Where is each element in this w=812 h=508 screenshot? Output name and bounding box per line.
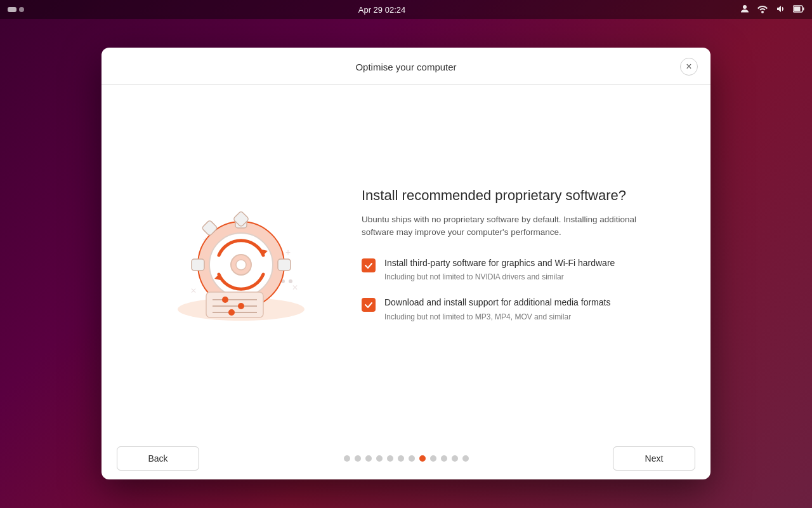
person-icon xyxy=(740,4,750,16)
volume-icon xyxy=(775,4,785,16)
svg-rect-33 xyxy=(206,292,263,318)
taskbar-indicator xyxy=(8,7,24,12)
illustration-area: + + ✕ ✕ xyxy=(159,192,324,331)
checkbox-graphics[interactable] xyxy=(362,258,376,272)
dialog-footer: Back Next xyxy=(102,438,710,479)
svg-text:✕: ✕ xyxy=(292,283,298,292)
taskbar-right xyxy=(740,4,804,16)
section-desc: Ubuntu ships with no proprietary softwar… xyxy=(362,213,653,239)
svg-point-20 xyxy=(289,279,292,283)
dialog: Optimise your computer × + + ✕ ✕ xyxy=(102,48,710,479)
svg-text:+: + xyxy=(285,247,291,257)
page-dot-8 xyxy=(430,455,436,462)
gear-illustration: + + ✕ ✕ xyxy=(165,192,317,331)
taskbar: Apr 29 02:24 xyxy=(0,0,812,19)
dialog-title: Optimise your computer xyxy=(132,62,680,72)
svg-rect-1 xyxy=(794,6,800,11)
option-label-media: Download and install support for additio… xyxy=(384,297,610,309)
option-sublabel-media: Including but not limited to MP3, MP4, M… xyxy=(384,312,610,323)
taskbar-dot-1 xyxy=(8,7,16,12)
dialog-overlay: Optimise your computer × + + ✕ ✕ xyxy=(0,19,812,508)
page-dot-3 xyxy=(376,455,383,462)
page-dot-9 xyxy=(441,455,447,462)
close-button[interactable]: × xyxy=(680,58,698,76)
page-dot-1 xyxy=(355,455,361,462)
option-text-media: Download and install support for additio… xyxy=(384,297,610,322)
checkbox-media[interactable] xyxy=(362,298,376,312)
page-dot-10 xyxy=(452,455,458,462)
taskbar-left xyxy=(8,7,24,12)
option-item-1: Install third-party software for graphic… xyxy=(362,257,653,283)
content-area: Install recommended proprietary software… xyxy=(362,187,653,337)
dialog-titlebar: Optimise your computer × xyxy=(102,48,710,85)
dialog-body: + + ✕ ✕ xyxy=(102,85,710,438)
option-label-graphics: Install third-party software for graphic… xyxy=(384,257,615,270)
taskbar-datetime: Apr 29 02:24 xyxy=(358,5,405,15)
network-icon xyxy=(757,4,768,16)
option-text-graphics: Install third-party software for graphic… xyxy=(384,257,615,283)
page-dot-7 xyxy=(419,455,426,462)
battery-icon xyxy=(793,4,804,15)
svg-text:✕: ✕ xyxy=(190,286,197,295)
back-button[interactable]: Back xyxy=(117,446,199,471)
svg-point-35 xyxy=(222,297,228,303)
svg-rect-2 xyxy=(802,7,804,10)
page-dot-0 xyxy=(344,455,350,462)
svg-rect-25 xyxy=(278,259,291,271)
svg-point-39 xyxy=(228,309,235,316)
page-dot-5 xyxy=(398,455,404,462)
taskbar-dot-2 xyxy=(19,7,24,12)
page-dot-11 xyxy=(462,455,469,462)
page-dot-2 xyxy=(365,455,372,462)
next-button[interactable]: Next xyxy=(613,446,695,471)
page-dot-6 xyxy=(409,455,415,462)
section-title: Install recommended proprietary software… xyxy=(362,187,653,205)
svg-rect-24 xyxy=(192,259,204,271)
svg-point-37 xyxy=(238,303,244,309)
page-dot-4 xyxy=(387,455,393,462)
svg-point-32 xyxy=(236,260,246,270)
option-item-2: Download and install support for additio… xyxy=(362,297,653,322)
option-sublabel-graphics: Including but not limited to NVIDIA driv… xyxy=(384,272,615,283)
pagination-dots xyxy=(344,455,469,462)
